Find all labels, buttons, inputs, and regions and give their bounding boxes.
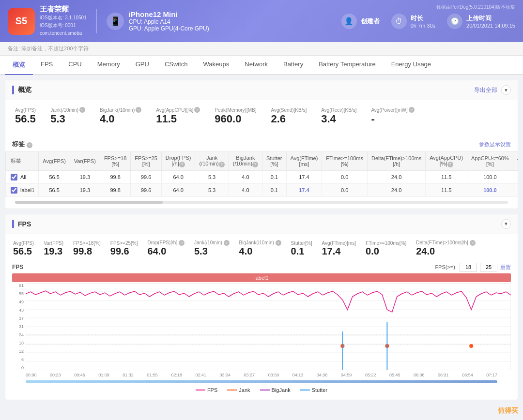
all-checkbox[interactable] bbox=[11, 174, 17, 180]
tags-settings-link[interactable]: 参数显示设置 bbox=[479, 141, 511, 148]
fps-bigjank-label: BigJank(/10min) ? bbox=[239, 240, 281, 246]
fps-threshold-2-input[interactable] bbox=[480, 263, 497, 271]
all-jank: 5.3 bbox=[195, 170, 229, 183]
upload-value: 20/01/2021 14:09:15 bbox=[466, 23, 515, 29]
person-icon: 👤 bbox=[341, 14, 357, 29]
bigjank-help-icon[interactable]: ? bbox=[136, 107, 141, 113]
duration-stat: ⏱ 时长 0h 7m 30s bbox=[391, 14, 435, 29]
fps-18: FPS>=18[%] 99.8 bbox=[73, 240, 101, 257]
chart-progress-bar[interactable] bbox=[26, 380, 497, 383]
tab-battery-temp[interactable]: Battery Temperature bbox=[311, 56, 384, 75]
label1-checkbox[interactable] bbox=[11, 187, 17, 194]
th-deltaftime: Delta(FTime)>100ms[/h] bbox=[367, 152, 425, 171]
tab-overview[interactable]: 概览 bbox=[5, 56, 33, 75]
avg-send-stat: Avg(Send)[KB/s] 2.6 bbox=[271, 107, 307, 125]
tab-cswitch[interactable]: CSwitch bbox=[157, 56, 196, 75]
drop-help-icon[interactable]: ? bbox=[179, 162, 185, 167]
fps-var-fps: Var(FPS) 19.3 bbox=[44, 240, 63, 257]
all-avgappcpu: 11.5 bbox=[426, 170, 467, 183]
jank-value: 5.3 bbox=[50, 113, 85, 125]
avg-fps-value: 56.5 bbox=[15, 113, 36, 125]
all-dropfps: 64.0 bbox=[161, 170, 195, 183]
tags-table-wrapper: 标签 Avg(FPS) Var(FPS) FPS>=18[%] FPS>=25[… bbox=[5, 151, 518, 197]
game-ios-build: iOS版本号: 0001 bbox=[40, 22, 87, 30]
collapse-fps-button[interactable]: ▼ bbox=[501, 219, 511, 229]
game-info: S5 王者荣耀 iOS版本名: 3.1.10501 iOS版本号: 0001 c… bbox=[8, 5, 87, 37]
duration-info: 时长 0h 7m 30s bbox=[411, 14, 435, 29]
history-icon: 🕐 bbox=[447, 14, 462, 29]
row-all-label: All bbox=[6, 170, 39, 183]
avg-appcpu-stat: Avg(AppCPU)[%] ? 11.5 bbox=[156, 107, 200, 125]
game-ios-version: iOS版本名: 3.1.10501 bbox=[40, 14, 87, 22]
th-ftime100: FTime>=100ms[%] bbox=[322, 152, 368, 171]
fps-header: FPS ▼ bbox=[5, 214, 518, 234]
tab-energy-usage[interactable]: Energy Usage bbox=[384, 56, 439, 75]
device-details: iPhone12 Mini CPU: Apple A14 GPU: Apple … bbox=[129, 10, 209, 32]
device-cpu: CPU: Apple A14 bbox=[129, 18, 209, 25]
nav-tabs: 概览 FPS CPU Memory GPU CSwitch Wakeups Ne… bbox=[0, 56, 523, 75]
fps-avg-fps-value: 56.5 bbox=[13, 246, 34, 257]
overview-section: 概览 导出全部 ▼ Avg(FPS) 56.5 Jank(/10min) ? 5… bbox=[5, 80, 518, 209]
tab-wakeups[interactable]: Wakeups bbox=[196, 56, 237, 75]
tab-network[interactable]: Network bbox=[237, 56, 276, 75]
legend-fps-label: FPS bbox=[207, 387, 217, 393]
tags-title: 标签 ? bbox=[12, 140, 32, 149]
tab-memory[interactable]: Memory bbox=[90, 56, 128, 75]
note-placeholder: 备注: 添加备注，不超过200个字符 bbox=[8, 45, 89, 51]
label1-avgappcpu: 11.5 bbox=[426, 183, 467, 196]
series-label-bar: label1 bbox=[12, 273, 511, 282]
tab-battery[interactable]: Battery bbox=[276, 56, 311, 75]
tab-gpu[interactable]: GPU bbox=[128, 56, 157, 75]
appcpu-help-icon[interactable]: ? bbox=[194, 107, 200, 113]
th-appcpu60: AppCPU<=60%[%] bbox=[467, 152, 513, 171]
fps-avgftime: Avg(FTime)[ms] 17.4 bbox=[322, 240, 356, 257]
tags-table: 标签 Avg(FPS) Var(FPS) FPS>=18[%] FPS>=25[… bbox=[5, 151, 518, 197]
label1-fps18: 99.8 bbox=[100, 183, 130, 196]
legend-bigjank-label: BigJank bbox=[272, 387, 291, 393]
export-button[interactable]: 导出全部 bbox=[474, 86, 497, 94]
fps-drop-value: 64.0 bbox=[148, 246, 185, 257]
tab-cpu[interactable]: CPU bbox=[61, 56, 89, 75]
th-varfps: Var(FPS) bbox=[70, 152, 100, 171]
jank-help-icon[interactable]: ? bbox=[79, 107, 85, 113]
table-scrollbar[interactable] bbox=[15, 201, 508, 204]
avg-recv-stat: Avg(Recv)[KB/s] 3.4 bbox=[321, 107, 356, 125]
fps-drop-help[interactable]: ? bbox=[179, 240, 185, 246]
fps-bigjank-value: 4.0 bbox=[239, 246, 281, 257]
power-help-icon[interactable]: ? bbox=[409, 107, 415, 113]
jank2-help-icon[interactable]: ? bbox=[219, 162, 225, 167]
fps-drop-label: Drop(FPS)[/h] ? bbox=[148, 240, 185, 246]
fps-bigjank-help[interactable]: ? bbox=[276, 240, 281, 246]
label1-stutter: 0.1 bbox=[262, 183, 286, 196]
fps-var-fps-value: 19.3 bbox=[44, 246, 63, 257]
collapse-overview-button[interactable]: ▼ bbox=[501, 85, 511, 95]
avg-appcpu-value: 11.5 bbox=[156, 113, 200, 125]
fps-delta-label: Delta(FTime)>100ms[/h] ? bbox=[416, 240, 476, 246]
fps-avg-fps-label: Avg(FPS) bbox=[13, 240, 34, 246]
tags-section: 标签 ? 参数显示设置 标签 Avg(FPS) Var(FPS) FPS>=18… bbox=[5, 137, 518, 209]
upload-label: 上传时间 bbox=[466, 14, 515, 23]
fps-jank-help[interactable]: ? bbox=[224, 240, 230, 246]
label1-deltaftime: 24.0 bbox=[367, 183, 425, 196]
all-ftime100: 0.0 bbox=[322, 170, 368, 183]
note-bar[interactable]: 备注: 添加备注，不超过200个字符 bbox=[0, 42, 523, 56]
fps-delta: Delta(FTime)>100ms[/h] ? 24.0 bbox=[416, 240, 476, 257]
fps-threshold-1-input[interactable] bbox=[460, 263, 477, 271]
bigjank-label: BigJank(/10min) ? bbox=[100, 107, 141, 113]
chart-label: FPS bbox=[12, 264, 23, 270]
fps-delta-value: 24.0 bbox=[416, 246, 476, 257]
bigjank2-help-icon[interactable]: ? bbox=[252, 162, 258, 167]
overview-title: 概览 bbox=[12, 86, 31, 94]
appcpu2-help-icon[interactable]: ? bbox=[447, 162, 453, 167]
fps-stats-row: Avg(FPS) 56.5 Var(FPS) 19.3 FPS>=18[%] 9… bbox=[5, 234, 518, 263]
th-avgfps: Avg(FPS) bbox=[39, 152, 70, 171]
th-fps25: FPS>=25[%] bbox=[131, 152, 161, 171]
fps-reset-button[interactable]: 重置 bbox=[500, 264, 511, 271]
creator-label: 创建者 bbox=[361, 17, 380, 26]
tags-help-icon[interactable]: ? bbox=[27, 142, 32, 148]
legend-fps-line bbox=[196, 390, 205, 390]
y-axis: 61 55 49 43 37 31 24 18 12 6 0 bbox=[12, 283, 26, 370]
fps-delta-help[interactable]: ? bbox=[470, 240, 476, 246]
tab-fps[interactable]: FPS bbox=[33, 56, 61, 75]
creator-info: 创建者 bbox=[361, 17, 380, 26]
